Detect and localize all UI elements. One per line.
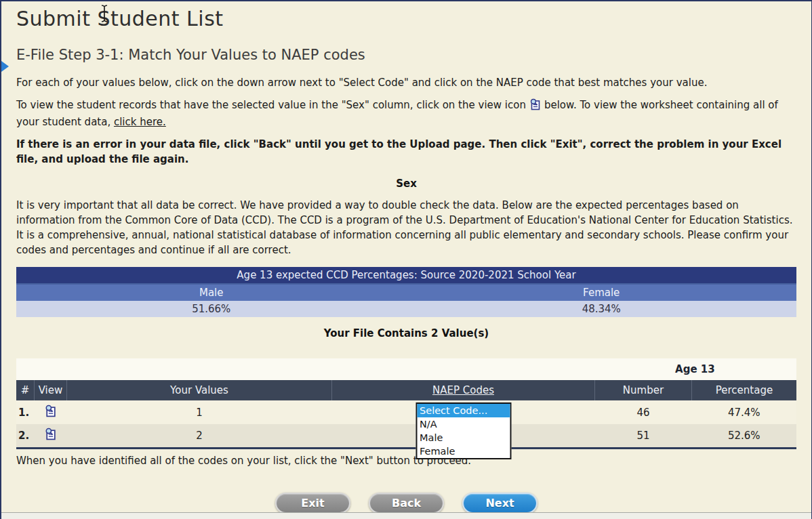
click-here-link[interactable]: click here. [114, 116, 166, 128]
row-1-count: 46 [595, 400, 692, 424]
bottom-scrollbar-strip [1, 512, 811, 519]
naep-code-dropdown[interactable]: Select Code... N/A Male Female [415, 402, 511, 459]
column-header-naep-codes: NAEP Codes [332, 380, 595, 400]
ccd-male-header: Male [16, 284, 406, 301]
sex-section-heading: Sex [16, 178, 796, 190]
row-1-number-label: 1. [16, 400, 35, 424]
row-2-percentage: 52.6% [692, 424, 797, 448]
row-2-count: 51 [595, 424, 692, 448]
instruction-paragraph-2: To view the student records that have th… [16, 98, 796, 129]
text-cursor-icon [100, 4, 108, 26]
age-group-header-row: Age 13 [16, 358, 796, 380]
ccd-table-title: Age 13 expected CCD Percentages: Source … [16, 267, 796, 284]
naep-codes-header-link[interactable]: NAEP Codes [432, 384, 494, 396]
ccd-female-header: Female [406, 284, 796, 301]
age-group-label: Age 13 [675, 363, 715, 375]
exit-button[interactable]: Exit [275, 493, 350, 514]
row-2-your-value: 2 [67, 424, 332, 448]
column-header-view: View [35, 380, 67, 400]
efile-page: Submit Student List E-File Step 3-1: Mat… [0, 0, 812, 519]
dropdown-option-female[interactable]: Female [417, 444, 510, 458]
button-row: Exit Back Next [16, 493, 796, 514]
row-2-number-label: 2. [16, 424, 35, 448]
step-indicator-arrow-icon [1, 61, 9, 72]
row-2-view-icon[interactable] [44, 428, 57, 440]
ccd-description-paragraph: It is very important that all data be co… [16, 198, 796, 257]
row-1-your-value: 1 [67, 400, 332, 424]
step-heading: E-File Step 3-1: Match Your Values to NA… [16, 47, 796, 63]
row-1-view-icon[interactable] [44, 404, 57, 417]
column-header-num: # [16, 380, 35, 400]
next-instruction-text: When you have identified all of the code… [16, 455, 796, 467]
file-summary-text: Your File Contains 2 Value(s) [16, 327, 796, 339]
column-header-percentage: Percentage [692, 380, 797, 400]
column-header-number: Number [595, 380, 692, 400]
view-record-icon [529, 98, 541, 115]
ccd-percentages-table: Age 13 expected CCD Percentages: Source … [16, 267, 796, 317]
dropdown-option-select-code[interactable]: Select Code... [417, 404, 510, 417]
back-button[interactable]: Back [369, 493, 444, 514]
column-header-your-values: Your Values [67, 380, 332, 400]
values-table-header-row: # View Your Values NAEP Codes Number Per… [16, 380, 796, 400]
dropdown-option-na[interactable]: N/A [417, 417, 510, 431]
table-row-2: 2. 2 51 52.6% [16, 424, 796, 448]
ccd-female-value: 48.34% [406, 301, 796, 317]
ccd-male-value: 51.66% [16, 301, 406, 317]
values-table-section: Age 13 # View Your Values NAEP Codes Num… [16, 358, 796, 449]
error-warning-paragraph: If there is an error in your data file, … [16, 137, 796, 167]
table-row-1: 1. 1 Select Code... N/A Male Female 46 [16, 400, 796, 424]
dropdown-option-male[interactable]: Male [417, 431, 510, 444]
values-table: # View Your Values NAEP Codes Number Per… [16, 380, 796, 449]
page-title: Submit Student List [16, 7, 796, 30]
next-button[interactable]: Next [462, 493, 537, 514]
instruction-paragraph-1: For each of your values below, click on … [16, 75, 796, 90]
row-1-percentage: 47.4% [692, 400, 797, 424]
instruction-text-before-icon: To view the student records that have th… [16, 99, 526, 111]
row-1-naep-code-cell: Select Code... N/A Male Female [332, 400, 595, 424]
